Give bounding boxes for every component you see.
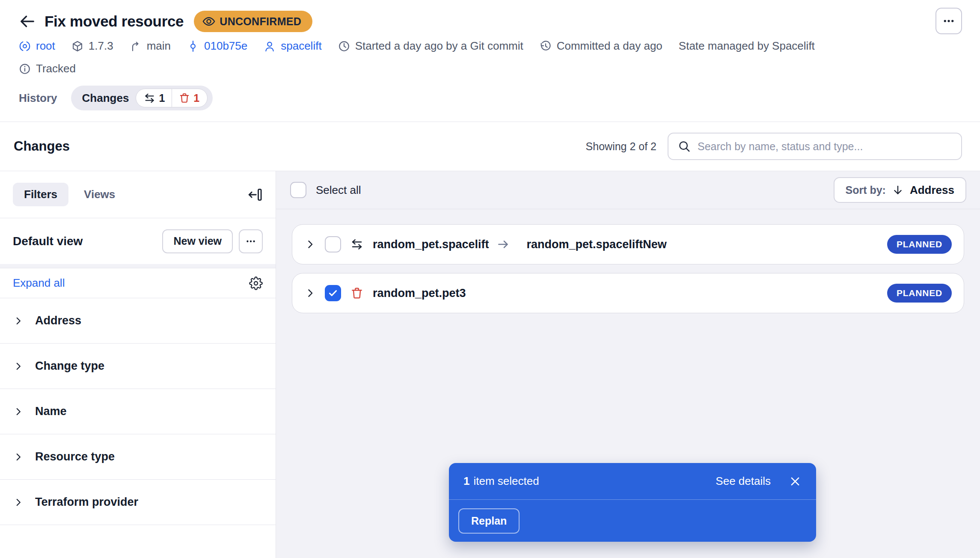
chevron-right-icon[interactable] (304, 238, 316, 250)
row-checkbox[interactable] (325, 285, 341, 301)
change-rows: random_pet.spacelift random_pet.spacelif… (276, 209, 980, 313)
sidebar-gap (0, 264, 276, 268)
main-area: Filters Views Default view New view (0, 171, 980, 558)
collapse-panel-icon[interactable] (247, 187, 263, 202)
back-icon[interactable] (19, 13, 36, 30)
gear-icon[interactable] (249, 276, 263, 290)
chevron-right-icon[interactable] (304, 287, 316, 299)
chevron-right-icon (13, 315, 24, 326)
page-title: Fix moved resource (45, 13, 184, 30)
ellipsis-icon (942, 15, 955, 27)
branch-icon (130, 40, 142, 52)
swap-icon (144, 92, 155, 104)
history-clock-icon (540, 40, 552, 52)
sort-label: Sort by: (846, 184, 886, 196)
commit-icon (187, 40, 199, 52)
trash-icon (350, 287, 363, 300)
filter-label: Terraform provider (35, 496, 138, 509)
chevron-right-icon (13, 406, 24, 417)
meta-state-managed: State managed by Spacelift (679, 39, 815, 53)
check-icon (327, 288, 339, 299)
expand-all-link[interactable]: Expand all (13, 276, 65, 290)
meta-branch: main (130, 39, 171, 53)
search-input[interactable] (698, 140, 952, 153)
meta-state-managed-label: State managed by Spacelift (679, 39, 815, 53)
select-all-label: Select all (316, 184, 361, 197)
tracked-row: Tracked (19, 62, 962, 75)
more-actions-button[interactable] (935, 8, 962, 34)
moved-count-value: 1 (159, 92, 165, 104)
info-icon (19, 63, 31, 75)
filter-group-name[interactable]: Name (0, 389, 276, 434)
arrow-down-icon (892, 184, 904, 196)
meta-committed-label: Committed a day ago (557, 39, 662, 53)
sort-button[interactable]: Sort by: Address (834, 177, 967, 203)
selected-message: item selected (473, 475, 539, 488)
view-options-button[interactable] (239, 229, 263, 253)
change-row-deleted[interactable]: random_pet.pet3 PLANNED (292, 273, 964, 313)
run-meta-row: root 1.7.3 main 010b75e (19, 39, 962, 53)
search-icon (678, 140, 691, 153)
filter-group-change-type[interactable]: Change type (0, 344, 276, 389)
search-box (668, 133, 962, 160)
run-header: Fix moved resource UNCONFIRMED root (0, 0, 980, 122)
filter-label: Change type (35, 359, 104, 373)
page: Fix moved resource UNCONFIRMED root (0, 0, 980, 558)
run-type-label: Tracked (36, 62, 76, 75)
replan-button[interactable]: Replan (458, 508, 520, 534)
ellipsis-icon (245, 236, 256, 247)
sort-value: Address (910, 184, 954, 197)
tab-changes[interactable]: Changes 1 1 (71, 86, 213, 110)
filter-group-resource-type[interactable]: Resource type (0, 434, 276, 480)
tab-views[interactable]: Views (84, 188, 115, 201)
resource-address-from: random_pet.spacelift (373, 238, 489, 251)
filters-sidebar: Filters Views Default view New view (0, 171, 276, 558)
status-badge-planned: PLANNED (887, 284, 952, 303)
change-row-moved[interactable]: random_pet.spacelift random_pet.spacelif… (292, 224, 964, 264)
meta-started: Started a day ago by a Git commit (338, 39, 523, 53)
new-view-button[interactable]: New view (162, 229, 233, 253)
eye-icon (202, 15, 215, 28)
space-icon (19, 40, 31, 52)
tabs-row: History Changes 1 1 (19, 86, 962, 110)
selection-toast: 1 item selected See details Replan (449, 463, 816, 542)
meta-branch-label: main (147, 39, 171, 53)
chevron-right-icon (13, 497, 24, 508)
sidebar-tabs-row: Filters Views (0, 171, 276, 218)
swap-icon (350, 238, 363, 251)
filter-group-terraform-provider[interactable]: Terraform provider (0, 480, 276, 525)
meta-version-label: 1.7.3 (89, 39, 113, 53)
status-badge-label: UNCONFIRMED (220, 15, 301, 28)
status-badge-planned: PLANNED (887, 235, 952, 254)
tab-history[interactable]: History (19, 92, 57, 105)
chevron-right-icon (13, 361, 24, 372)
title-row: Fix moved resource UNCONFIRMED (19, 9, 962, 33)
meta-commit[interactable]: 010b75e (187, 39, 247, 53)
filter-label: Name (35, 405, 67, 418)
meta-author[interactable]: spacelift (264, 39, 321, 53)
meta-space-label: root (36, 39, 55, 53)
list-toolbar: Select all Sort by: Address (276, 171, 980, 209)
changes-toolbar: Changes Showing 2 of 2 (0, 122, 980, 171)
tab-filters[interactable]: Filters (13, 183, 68, 206)
select-all-checkbox[interactable] (290, 182, 306, 198)
moved-count: 1 (144, 92, 165, 104)
showing-count: Showing 2 of 2 (586, 140, 656, 153)
changes-list: Select all Sort by: Address (276, 171, 980, 558)
arrow-right-icon (497, 238, 510, 251)
close-icon[interactable] (789, 475, 802, 488)
deleted-count: 1 (179, 92, 199, 104)
resource-address: random_pet.pet3 (373, 287, 466, 300)
filter-group-address[interactable]: Address (0, 298, 276, 344)
filter-label: Resource type (35, 450, 115, 463)
meta-space[interactable]: root (19, 39, 55, 53)
see-details-link[interactable]: See details (716, 475, 771, 488)
toast-body: Replan (449, 500, 816, 542)
row-checkbox[interactable] (325, 236, 341, 252)
tab-changes-badge: 1 1 (136, 89, 208, 107)
resource-address-to: random_pet.spaceliftNew (527, 238, 667, 251)
chevron-right-icon (13, 451, 24, 463)
badge-divider (172, 89, 172, 107)
meta-committed: Committed a day ago (540, 39, 662, 53)
person-icon (264, 40, 276, 52)
